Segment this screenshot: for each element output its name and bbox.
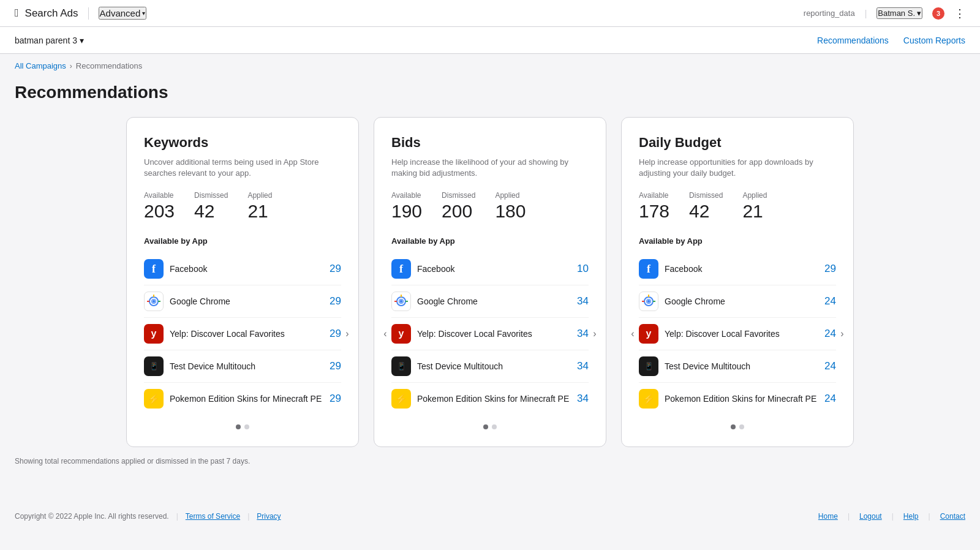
carousel-dot[interactable]	[236, 424, 241, 429]
stat-dismissed: Dismissed 200	[442, 191, 475, 222]
app-row: Google Chrome 24	[639, 285, 836, 318]
privacy-link[interactable]: Privacy	[257, 512, 281, 521]
page-title-section: Recommendations	[0, 78, 980, 117]
stats-row: Available 203 Dismissed 42 Applied 21	[144, 191, 341, 222]
breadcrumb-separator-icon: ›	[70, 62, 72, 70]
app-left: ⚡ Pokemon Edition Skins for Minecraft PE	[144, 389, 322, 409]
carousel-right-arrow[interactable]: ›	[835, 326, 850, 341]
stat-available-label: Available	[144, 191, 175, 200]
nav-recommendations[interactable]: Recommendations	[817, 36, 889, 45]
app-left: 📱 Test Device Multitouch	[144, 356, 255, 376]
page-title: Recommendations	[15, 83, 965, 102]
notification-badge[interactable]: 3	[932, 7, 944, 20]
app-count: 29	[330, 295, 341, 307]
svg-point-7	[400, 300, 403, 303]
stat-available-value: 190	[391, 201, 422, 222]
contact-footer-link[interactable]: Contact	[940, 512, 965, 521]
user-name-button[interactable]: Batman S. ▾	[876, 7, 922, 19]
brand-name: Search Ads	[25, 7, 78, 20]
user-data-label: reporting_data	[804, 9, 855, 18]
stat-dismissed-label: Dismissed	[442, 191, 475, 200]
app-left: ⚡ Pokemon Edition Skins for Minecraft PE	[391, 389, 569, 409]
card-daily-budget: Daily Budget Help increase opportunities…	[621, 117, 854, 447]
app-row: y Yelp: Discover Local Favorites 34	[391, 318, 589, 350]
app-name: Yelp: Discover Local Favorites	[665, 329, 780, 339]
app-row: 📱 Test Device Multitouch 34	[391, 350, 589, 383]
app-left: Google Chrome	[144, 292, 230, 311]
stat-applied-label: Applied	[742, 191, 767, 200]
carousel-left-arrow[interactable]: ‹	[625, 326, 640, 341]
user-name-label: Batman S.	[878, 9, 915, 18]
app-name: Google Chrome	[665, 296, 725, 306]
terms-link[interactable]: Terms of Service	[186, 512, 240, 521]
app-row: Google Chrome 34	[391, 285, 589, 318]
stat-dismissed-value: 42	[689, 201, 723, 222]
available-by-app-label: Available by App	[639, 236, 836, 246]
carousel-dot[interactable]	[244, 424, 249, 429]
stat-dismissed-label: Dismissed	[194, 191, 228, 200]
chevron-down-icon: ▾	[142, 10, 145, 17]
sub-header: batman parent 3 ▾ Recommendations Custom…	[0, 27, 980, 54]
app-count: 24	[824, 360, 836, 372]
breadcrumb: All Campaigns › Recommendations	[0, 54, 980, 78]
header-right: reporting_data | Batman S. ▾ 3 ⋮	[804, 7, 965, 20]
app-count: 29	[330, 360, 341, 372]
app-list: f Facebook 10 Google Chrome	[391, 253, 589, 415]
stat-dismissed-value: 42	[194, 201, 228, 222]
card-title: Keywords	[144, 135, 341, 151]
app-name: Pokemon Edition Skins for Minecraft PE	[170, 394, 322, 404]
stat-applied: Applied 21	[247, 191, 272, 222]
breadcrumb-all-campaigns[interactable]: All Campaigns	[15, 61, 66, 70]
app-count: 34	[577, 360, 589, 372]
grid-icon[interactable]: ⋮	[954, 7, 965, 20]
footer-note: Showing total recommendations applied or…	[0, 447, 980, 465]
nav-custom-reports[interactable]: Custom Reports	[903, 36, 965, 45]
stats-row: Available 178 Dismissed 42 Applied 21	[639, 191, 836, 222]
advanced-dropdown-button[interactable]: Advanced ▾	[99, 7, 147, 20]
card-description: Uncover additional terms being used in A…	[144, 157, 341, 179]
app-left: y Yelp: Discover Local Favorites	[639, 324, 780, 344]
stat-available: Available 190	[391, 191, 422, 222]
carousel-dot[interactable]	[483, 424, 488, 429]
app-name: Facebook	[665, 264, 702, 274]
logout-footer-link[interactable]: Logout	[859, 512, 882, 521]
home-footer-link[interactable]: Home	[818, 512, 838, 521]
app-icon-chrome	[144, 292, 164, 311]
carousel-left-arrow[interactable]: ‹	[378, 326, 393, 341]
app-left: ⚡ Pokemon Edition Skins for Minecraft PE	[639, 389, 816, 409]
stat-available-label: Available	[639, 191, 669, 200]
app-name: Pokemon Edition Skins for Minecraft PE	[417, 394, 569, 404]
stat-dismissed: Dismissed 42	[194, 191, 228, 222]
app-icon-yelp: y	[391, 324, 411, 344]
svg-point-11	[647, 300, 650, 303]
app-name: Test Device Multitouch	[665, 361, 750, 371]
app-count: 29	[330, 393, 341, 405]
apple-logo-icon: 	[15, 7, 19, 20]
stat-applied-label: Applied	[247, 191, 272, 200]
carousel-dot[interactable]	[492, 424, 497, 429]
app-left: 📱 Test Device Multitouch	[391, 356, 503, 376]
carousel-right-arrow[interactable]: ›	[340, 326, 355, 341]
app-list: f Facebook 29 Google Chrome	[639, 253, 836, 415]
stat-available-value: 203	[144, 201, 175, 222]
app-left: Google Chrome	[639, 292, 725, 311]
app-icon-pokemon: ⚡	[639, 389, 658, 409]
app-count: 34	[577, 393, 589, 405]
org-selector[interactable]: batman parent 3 ▾	[15, 36, 84, 45]
header-left:  Search Ads Advanced ▾	[15, 7, 146, 20]
help-footer-link[interactable]: Help	[903, 512, 919, 521]
app-count: 24	[824, 393, 836, 405]
carousel-dot[interactable]	[739, 424, 744, 429]
available-by-app-label: Available by App	[144, 236, 341, 246]
app-row: 📱 Test Device Multitouch 29	[144, 350, 341, 383]
cards-container: Keywords Uncover additional terms being …	[0, 117, 980, 447]
carousel-right-arrow[interactable]: ›	[587, 326, 602, 341]
card-description: Help increase opportunities for app down…	[639, 157, 836, 179]
card-description: Help increase the likelihood of your ad …	[391, 157, 589, 179]
header:  Search Ads Advanced ▾ reporting_data |…	[0, 0, 980, 27]
stat-applied: Applied 21	[742, 191, 767, 222]
carousel-dot[interactable]	[731, 424, 736, 429]
footer-right-links: Home | Logout | Help | Contact	[818, 512, 965, 521]
app-list: f Facebook 29 Google Chrome	[144, 253, 341, 415]
app-row: y Yelp: Discover Local Favorites 24	[639, 318, 836, 350]
